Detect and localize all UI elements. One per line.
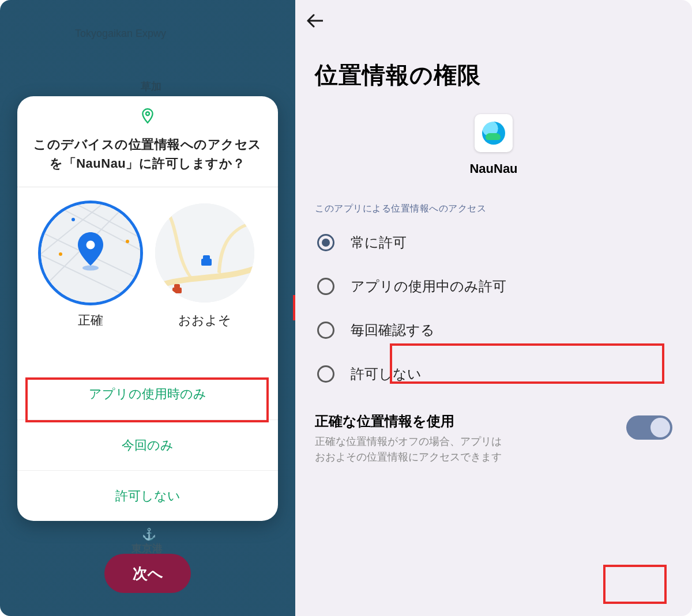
radio-list: 常に許可 アプリの使用中のみ許可 毎回確認する 許可しない — [295, 221, 692, 396]
svg-point-9 — [72, 218, 75, 221]
precise-toggle[interactable] — [626, 415, 672, 440]
svg-point-10 — [126, 240, 129, 243]
svg-point-11 — [86, 241, 95, 250]
map-label-expwy: Tokyogaikan Expwy — [75, 28, 166, 40]
right-screen: 位置情報の権限 NauNau このアプリによる位置情報へのアクセス 常に許可 ア… — [295, 0, 692, 616]
action-deny[interactable]: 許可しない — [17, 470, 278, 521]
option-label: 許可しない — [351, 365, 422, 383]
topbar — [295, 0, 692, 46]
precise-label: 正確 — [78, 312, 103, 329]
next-button[interactable]: 次へ — [104, 554, 191, 593]
dialog-title: このデバイスの位置情報へのアクセスを「NauNau」に許可しますか？ — [31, 135, 264, 173]
app-block: NauNau — [295, 108, 692, 203]
section-label: このアプリによる位置情報へのアクセス — [295, 203, 692, 221]
radio-icon — [317, 365, 334, 383]
app-icon — [475, 114, 513, 152]
precise-location-row: 正確な位置情報を使用 正確な位置情報がオフの場合、アプリはおおよその位置情報にア… — [295, 396, 692, 472]
page-title: 位置情報の権限 — [295, 46, 692, 108]
approx-map-icon — [155, 203, 254, 303]
precise-desc: 正確な位置情報がオフの場合、アプリはおおよその位置情報にアクセスできます — [315, 434, 505, 465]
radio-icon — [317, 234, 334, 251]
left-screen: Tokyogaikan Expwy 草加 このデバイスの位置情報へのアクセスを「… — [0, 0, 295, 616]
precise-map-icon — [41, 203, 140, 303]
radio-icon — [317, 322, 334, 339]
anchor-icon: ⚓ — [142, 527, 156, 541]
option-ask-every-time[interactable]: 毎回確認する — [304, 308, 683, 352]
globe-icon — [482, 122, 505, 145]
radio-icon — [317, 278, 334, 295]
option-label: 常に許可 — [351, 233, 407, 252]
option-deny[interactable]: 許可しない — [304, 352, 683, 396]
choice-approx[interactable]: おおよそ — [155, 203, 254, 329]
dialog-actions: アプリの使用時のみ 今回のみ 許可しない — [17, 369, 278, 521]
svg-rect-17 — [174, 284, 180, 288]
svg-point-8 — [59, 252, 62, 256]
action-while-using[interactable]: アプリの使用時のみ — [17, 369, 278, 420]
option-label: 毎回確認する — [351, 321, 435, 339]
permission-dialog: このデバイスの位置情報へのアクセスを「NauNau」に許可しますか？ — [17, 96, 278, 521]
map-label-soka: 草加 — [141, 80, 161, 93]
back-icon[interactable] — [307, 14, 323, 31]
dialog-header: このデバイスの位置情報へのアクセスを「NauNau」に許可しますか？ — [17, 96, 278, 187]
svg-point-0 — [146, 112, 149, 115]
action-only-this-time[interactable]: 今回のみ — [17, 420, 278, 470]
approx-label: おおよそ — [178, 312, 231, 329]
option-while-using[interactable]: アプリの使用中のみ許可 — [304, 264, 683, 308]
option-label: アプリの使用中のみ許可 — [351, 277, 506, 296]
option-always[interactable]: 常に許可 — [304, 221, 683, 264]
location-pin-icon — [31, 108, 264, 128]
svg-rect-16 — [172, 288, 182, 293]
app-name: NauNau — [469, 161, 517, 176]
precise-title: 正確な位置情報を使用 — [315, 412, 617, 430]
accuracy-choices: 正確 おおよそ — [17, 187, 278, 339]
svg-rect-15 — [203, 255, 210, 260]
svg-point-12 — [82, 266, 99, 271]
choice-precise[interactable]: 正確 — [41, 203, 140, 329]
